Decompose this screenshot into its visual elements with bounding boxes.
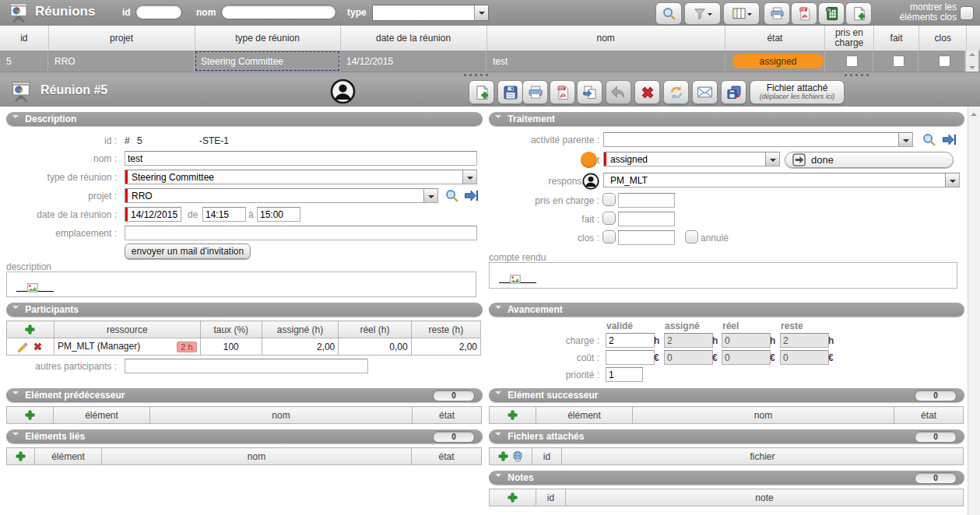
filter-id-input[interactable] xyxy=(135,5,182,19)
splitter-handle[interactable] xyxy=(845,74,871,76)
jump-to-icon[interactable] xyxy=(942,132,957,147)
filter-button[interactable] xyxy=(684,2,721,25)
add-icon[interactable] xyxy=(497,450,509,462)
section-description[interactable]: Description xyxy=(6,112,483,126)
search-icon[interactable] xyxy=(444,188,459,203)
chevron-down-icon[interactable] xyxy=(765,152,779,166)
add-icon[interactable] xyxy=(15,450,26,462)
save-button[interactable] xyxy=(497,80,523,104)
copy-button[interactable] xyxy=(577,80,602,104)
autres-participants-input[interactable] xyxy=(125,359,368,373)
add-icon[interactable] xyxy=(507,409,518,421)
search-icon[interactable] xyxy=(922,132,936,147)
print-button[interactable] xyxy=(764,2,790,25)
invite-mail-button[interactable]: envoyer un mail d'invitation xyxy=(125,243,251,259)
col-header-nom[interactable]: nom xyxy=(487,26,725,51)
responsable-select[interactable]: PM_MLT xyxy=(603,173,960,187)
edit-icon[interactable] xyxy=(17,341,29,352)
section-elements-lies[interactable]: Eléments liés 0 xyxy=(6,429,483,443)
section-avancement[interactable]: Avancement xyxy=(489,303,964,317)
scroll-down-icon[interactable] xyxy=(969,66,975,69)
show-closed-checkbox[interactable] xyxy=(960,6,974,20)
col-header-projet[interactable]: projet xyxy=(49,26,195,51)
section-participants[interactable]: Participants xyxy=(6,303,483,317)
next-state-button[interactable]: done xyxy=(785,152,954,168)
pris-en-charge-date-input[interactable] xyxy=(618,193,675,208)
compte-rendu-editor[interactable] xyxy=(489,262,957,289)
detail-scrollbar[interactable] xyxy=(968,107,980,515)
save-copy-button[interactable] xyxy=(721,80,746,104)
cell-date[interactable]: 14/12/2015 xyxy=(340,51,486,72)
list-scrollbar[interactable] xyxy=(965,51,978,72)
etat-select[interactable]: assigned xyxy=(603,152,780,166)
activite-parente-select[interactable] xyxy=(603,132,913,147)
section-notes[interactable]: Notes 0 xyxy=(489,471,964,485)
cell-id[interactable]: 5 xyxy=(0,51,48,72)
fait-checkbox[interactable] xyxy=(602,212,616,225)
cout-valide-input[interactable] xyxy=(606,350,655,365)
mail-button[interactable] xyxy=(692,80,718,104)
col-header-etat[interactable]: état xyxy=(725,26,825,51)
print-button[interactable] xyxy=(522,80,548,104)
emplacement-input[interactable] xyxy=(125,226,477,240)
clos-checkbox[interactable] xyxy=(939,55,950,67)
annule-checkbox[interactable] xyxy=(685,230,698,243)
splitter-handle[interactable] xyxy=(464,74,490,76)
chevron-down-icon[interactable] xyxy=(423,189,437,202)
new-item-button[interactable] xyxy=(845,2,872,25)
col-header-clos[interactable]: clos xyxy=(919,26,967,51)
scroll-up-icon[interactable] xyxy=(969,53,975,56)
attach-file-dropzone[interactable]: Fichier attaché (déplacer les fichiers i… xyxy=(750,80,845,104)
date-input[interactable]: 14/12/2015 xyxy=(125,207,181,222)
section-fichiers-attaches[interactable]: Fichiers attachés 0 xyxy=(489,429,964,443)
delete-button[interactable] xyxy=(634,80,660,104)
cell-type[interactable]: Steering Committee xyxy=(195,51,340,72)
type-reunion-select[interactable]: Steering Committee xyxy=(125,170,477,184)
column-chooser-button[interactable] xyxy=(723,2,760,25)
pris-en-charge-checkbox[interactable] xyxy=(602,193,616,206)
table-row[interactable]: 5 RRO Steering Committee 14/12/2015 test… xyxy=(0,51,980,72)
delete-icon[interactable] xyxy=(32,341,44,352)
scroll-up-icon[interactable] xyxy=(971,113,977,116)
link-icon[interactable] xyxy=(511,450,524,463)
charge-valide-input[interactable] xyxy=(606,333,655,348)
refresh-button[interactable] xyxy=(663,80,689,104)
jump-to-icon[interactable] xyxy=(464,188,479,203)
col-header-type[interactable]: type de réunion xyxy=(195,26,341,51)
chevron-down-icon[interactable] xyxy=(945,173,959,187)
export-csv-button[interactable] xyxy=(818,2,845,25)
col-header-id[interactable]: id xyxy=(0,26,49,51)
add-icon[interactable] xyxy=(507,492,518,503)
chevron-down-icon[interactable] xyxy=(474,5,488,20)
section-traitement[interactable]: Traitement xyxy=(489,112,964,126)
fait-date-input[interactable] xyxy=(618,212,675,226)
col-header-fait[interactable]: fait xyxy=(874,26,920,51)
filter-type-select[interactable] xyxy=(372,5,489,21)
clos-date-input[interactable] xyxy=(618,230,675,245)
chevron-down-icon[interactable] xyxy=(898,133,912,146)
heure-debut-input[interactable] xyxy=(202,207,246,222)
section-predecesseur[interactable]: Elément prédécesseur 0 xyxy=(6,388,483,402)
priorite-input[interactable] xyxy=(606,367,643,382)
clos-checkbox[interactable] xyxy=(602,230,616,243)
chevron-down-icon[interactable] xyxy=(462,170,476,184)
projet-select[interactable]: RRO xyxy=(125,188,438,203)
undo-button[interactable] xyxy=(606,80,631,104)
section-successeur[interactable]: Elément successeur 0 xyxy=(489,388,964,402)
pris-en-charge-checkbox[interactable] xyxy=(846,55,858,67)
add-icon[interactable] xyxy=(24,324,36,335)
cell-nom[interactable]: test xyxy=(486,51,725,72)
heure-fin-input[interactable] xyxy=(257,207,300,222)
nom-input[interactable] xyxy=(125,151,477,166)
col-header-pris[interactable]: pris en charge xyxy=(825,26,874,51)
add-icon[interactable] xyxy=(24,409,36,421)
col-header-date[interactable]: date de la réunion xyxy=(341,26,487,51)
fait-checkbox[interactable] xyxy=(893,55,904,67)
new-button[interactable] xyxy=(469,80,494,104)
description-editor[interactable] xyxy=(6,272,476,297)
pdf-button[interactable] xyxy=(550,80,575,104)
participant-row[interactable]: PM_MLT (Manager)2 h 100 2,00 0,00 2,00 xyxy=(7,338,481,356)
cell-projet[interactable]: RRO xyxy=(48,51,195,72)
filter-nom-input[interactable] xyxy=(221,5,336,19)
export-pdf-button[interactable] xyxy=(791,2,817,25)
